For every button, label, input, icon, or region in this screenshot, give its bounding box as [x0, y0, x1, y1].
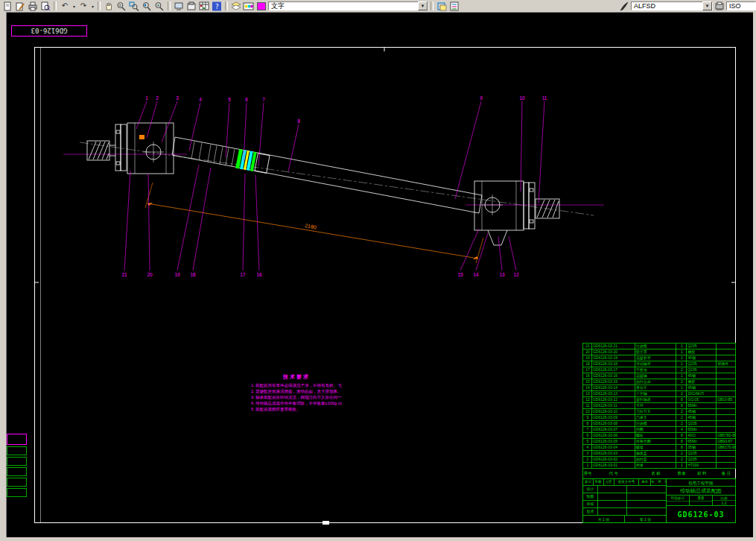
part-code-cell: GD6126-03-20 — [592, 349, 635, 355]
parts-list-row: 21 GD6126-03-21 注油嘴 1 Q235 — [583, 344, 736, 349]
signature-role-cell: 制图 — [583, 493, 598, 501]
sheet-total-cell: 共 1 张 — [583, 516, 625, 523]
aerial-view-icon[interactable] — [173, 1, 185, 11]
toolbar-separator — [168, 1, 171, 10]
part-material-cell: Q235 — [687, 457, 717, 463]
part-name-cell: 万向节叉 — [635, 409, 677, 415]
parts-list-row: 9 GD6126-03-09 凸缘叉 2 45钢 — [583, 415, 736, 421]
part-code-cell: GD6126-03-21 — [592, 344, 635, 349]
scale-cell: 比例 1:2 — [713, 496, 735, 505]
part-remark-cell — [717, 451, 736, 457]
revision-header-cell: 处数 — [594, 479, 604, 486]
technical-requirement-item: 2. 花键配合面涂润滑脂，滑动自如，无卡滞现象。 — [251, 388, 342, 394]
parts-list-table: 21 GD6126-03-21 注油嘴 1 Q235 20 GD6126-03-… — [582, 343, 736, 478]
current-color-swatch[interactable] — [257, 2, 266, 10]
stage-weight-scale-row: 阶段标记 重量 比例 1:2 — [667, 496, 735, 506]
part-number-cell: 1 — [583, 463, 592, 469]
parts-list-header: 序号 代 号 名 称 数量 材 料 备 注 — [583, 469, 736, 478]
standard-combo[interactable]: ISO — [726, 1, 756, 10]
chevron-down-icon[interactable]: ▼ — [702, 1, 712, 10]
zoom-window-icon[interactable] — [128, 1, 140, 11]
part-name-cell: 花键套管 — [635, 355, 677, 361]
revision-header-cell: 年、月、日 — [651, 479, 666, 486]
layers-icon[interactable] — [230, 1, 242, 11]
part-qty-cell: 4 — [676, 427, 687, 433]
part-material-cell: 45钢 — [687, 355, 717, 361]
part-material-cell: 35钢 — [687, 445, 717, 451]
part-name-cell: 油封总成 — [635, 379, 677, 385]
top-toolbar: ↶ ▾ ↷ ▾ ± + ? 文字 ▼ — [0, 0, 756, 11]
scale-label: 比例 — [713, 496, 735, 501]
zoom-previous-icon[interactable] — [141, 1, 153, 11]
signature-name-cell — [598, 501, 628, 508]
cad-application-window: { "toolbar": { "text_style_combo": "文字",… — [0, 0, 756, 541]
left-margin-cell — [7, 457, 27, 466]
part-qty-cell: 1 — [676, 385, 687, 391]
redo-dropdown-icon[interactable]: ▾ — [90, 4, 95, 9]
part-qty-cell: 2 — [676, 391, 687, 397]
part-name-cell: 螺栓 — [635, 433, 677, 439]
sheet-number-cell: 第 1 张 — [625, 516, 666, 523]
part-code-cell: GD6126-03-19 — [592, 355, 635, 361]
part-name-cell: 注油嘴 — [635, 344, 677, 349]
make-block-icon[interactable] — [436, 1, 448, 11]
svg-text:20: 20 — [147, 272, 153, 277]
help-icon[interactable]: ? — [211, 1, 223, 11]
part-remark-cell — [717, 421, 736, 427]
part-qty-cell: 8 — [676, 397, 687, 403]
print-icon[interactable] — [27, 1, 39, 11]
named-views-icon[interactable] — [185, 1, 197, 11]
part-remark-cell: GB10-85 — [717, 397, 736, 403]
part-material-cell: Q235 — [687, 344, 717, 349]
pan-icon[interactable] — [103, 1, 115, 11]
part-material-cell: 65Mn — [687, 427, 717, 433]
sheet-info-row: 共 1 张 第 1 张 — [583, 516, 666, 523]
svg-text:12: 12 — [513, 272, 519, 277]
zoom-realtime-icon[interactable]: ± — [115, 1, 127, 11]
text-style-combo[interactable]: 文字 ▼ — [268, 1, 428, 10]
standard-combo-value: ISO — [729, 2, 741, 10]
part-code-cell: GD6126-03-09 — [592, 415, 635, 421]
table-icon[interactable] — [198, 1, 210, 11]
part-number-cell: 18 — [583, 361, 592, 367]
zoom-in-icon[interactable]: + — [153, 1, 165, 11]
svg-text:17: 17 — [240, 272, 246, 277]
undo-icon[interactable]: ↶ — [59, 1, 71, 11]
part-name-cell: 传动轴管 — [635, 361, 677, 367]
pen-icon[interactable] — [618, 1, 630, 11]
layer-properties-icon[interactable] — [243, 1, 255, 11]
part-code-cell: GD6126-03-13 — [592, 391, 635, 397]
part-remark-cell — [717, 415, 736, 421]
part-number-cell: 11 — [583, 403, 592, 409]
dim-style-combo[interactable]: ALFSD ▼ — [631, 1, 713, 10]
parts-list-row: 7 GD6126-03-07 挡圈 4 65Mn — [583, 427, 736, 433]
toolbar-separator — [225, 1, 228, 10]
part-code-cell: GD6126-03-04 — [592, 445, 635, 451]
undo-dropdown-icon[interactable]: ▾ — [72, 4, 77, 9]
part-number-cell: 4 — [583, 445, 592, 451]
part-remark-cell — [717, 379, 736, 385]
part-material-cell: GCr15 — [687, 397, 717, 403]
plot-style-icon[interactable] — [714, 1, 725, 11]
header-qty: 数量 — [676, 469, 687, 478]
drawing-canvas[interactable]: 2180 1 2 — [6, 12, 753, 537]
toolbar-separator — [431, 1, 433, 10]
stage-cell: 阶段标记 — [667, 496, 690, 505]
chevron-down-icon[interactable]: ▼ — [418, 1, 428, 10]
part-remark-cell — [717, 367, 736, 373]
properties-icon[interactable] — [448, 1, 460, 11]
new-drawing-icon[interactable] — [1, 1, 13, 11]
signature-date-cell — [627, 493, 666, 501]
weight-cell: 重量 — [690, 496, 713, 505]
part-code-cell: GD6126-03-17 — [592, 367, 635, 373]
part-qty-cell: 1 — [676, 463, 687, 469]
part-code-cell: GD6126-03-12 — [592, 397, 635, 403]
redo-icon[interactable]: ↷ — [77, 1, 89, 11]
part-remark-cell — [717, 409, 736, 415]
part-name-cell: 平衡块 — [635, 367, 677, 373]
dim-style-value: ALFSD — [634, 2, 655, 10]
technical-requirements: 技术要求 1. 装配前所有零件必须清洗干净，不得有毛刺、飞边及铁屑等杂物。2. … — [251, 373, 342, 412]
left-margin-table — [7, 434, 27, 497]
print-preview-icon[interactable] — [39, 1, 51, 11]
edit-drawing-icon[interactable] — [14, 1, 26, 11]
